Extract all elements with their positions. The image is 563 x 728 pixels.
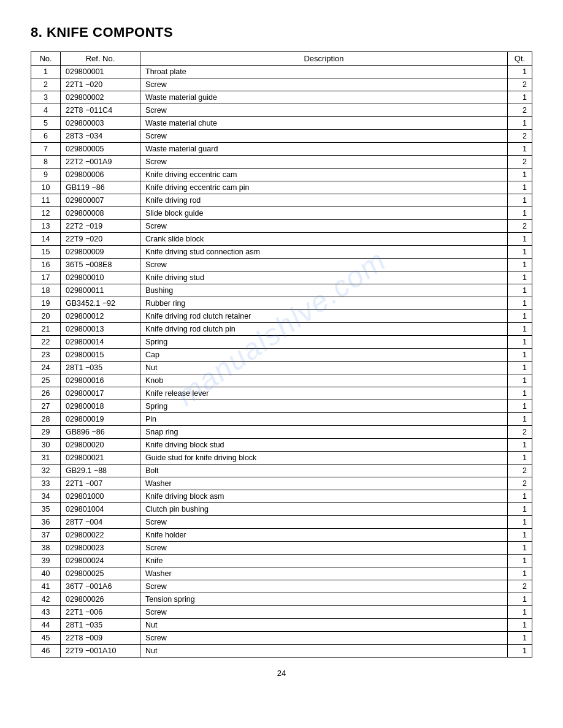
table-row: 38029800023Screw1 — [31, 542, 532, 555]
cell-desc: Screw — [140, 542, 508, 555]
cell-no: 16 — [31, 259, 61, 271]
table-row: 27029800018Spring1 — [31, 400, 532, 413]
cell-desc: Washer — [140, 567, 508, 580]
table-row: 822T2 −001A9Screw2 — [31, 156, 532, 169]
cell-qt: 2 — [508, 78, 532, 91]
parts-table: No. Ref. No. Description Qt. 1029800001T… — [31, 51, 532, 658]
cell-desc: Waste material guard — [140, 143, 508, 156]
cell-desc: Throat plate — [140, 66, 508, 78]
cell-desc: Bolt — [140, 464, 508, 477]
cell-no: 6 — [31, 130, 61, 143]
cell-desc: Screw — [140, 606, 508, 619]
cell-ref: 029800014 — [61, 336, 140, 349]
header-desc: Description — [140, 52, 508, 66]
cell-qt: 1 — [508, 259, 532, 271]
cell-desc: Knife driving rod — [140, 194, 508, 207]
table-row: 35029801004Clutch pin bushing1 — [31, 503, 532, 516]
table-row: 7029800005Waste material guard1 — [31, 143, 532, 156]
cell-desc: Clutch pin bushing — [140, 503, 508, 516]
table-row: 40029800025Washer1 — [31, 567, 532, 580]
cell-desc: Crank slide block — [140, 233, 508, 246]
cell-desc: Screw — [140, 104, 508, 117]
cell-no: 2 — [31, 78, 61, 91]
cell-desc: Knife — [140, 555, 508, 567]
cell-qt: 1 — [508, 645, 532, 658]
cell-qt: 1 — [508, 323, 532, 336]
cell-qt: 1 — [508, 207, 532, 220]
cell-qt: 1 — [508, 336, 532, 349]
cell-no: 41 — [31, 580, 61, 593]
table-row: 3029800002Waste material guide1 — [31, 91, 532, 104]
table-header-row: No. Ref. No. Description Qt. — [31, 52, 532, 66]
cell-qt: 1 — [508, 246, 532, 259]
cell-desc: Nut — [140, 362, 508, 374]
table-row: 12029800008Slide block guide1 — [31, 207, 532, 220]
table-row: 628T3 −034Screw2 — [31, 130, 532, 143]
cell-desc: Rubber ring — [140, 297, 508, 310]
cell-ref: 22T1 −006 — [61, 606, 140, 619]
cell-desc: Knob — [140, 374, 508, 387]
cell-desc: Knife release lever — [140, 387, 508, 400]
cell-ref: 22T8 −009 — [61, 632, 140, 645]
cell-desc: Screw — [140, 78, 508, 91]
cell-desc: Cap — [140, 349, 508, 362]
page-number: 24 — [31, 669, 532, 678]
cell-desc: Knife driving eccentric cam — [140, 169, 508, 181]
table-row: 15029800009Knife driving stud connection… — [31, 246, 532, 259]
table-row: 30029800020Knife driving block stud1 — [31, 439, 532, 452]
cell-no: 46 — [31, 645, 61, 658]
cell-ref: 029800006 — [61, 169, 140, 181]
cell-desc: Washer — [140, 477, 508, 490]
cell-ref: 029800018 — [61, 400, 140, 413]
cell-no: 20 — [31, 310, 61, 323]
cell-no: 43 — [31, 606, 61, 619]
cell-qt: 2 — [508, 156, 532, 169]
cell-qt: 1 — [508, 91, 532, 104]
cell-desc: Knife driving rod clutch retainer — [140, 310, 508, 323]
table-row: 3628T7 −004Screw1 — [31, 516, 532, 529]
cell-no: 22 — [31, 336, 61, 349]
table-row: 4522T8 −009Screw1 — [31, 632, 532, 645]
header-no: No. — [31, 52, 61, 66]
cell-no: 32 — [31, 464, 61, 477]
cell-ref: 36T7 −001A6 — [61, 580, 140, 593]
cell-no: 33 — [31, 477, 61, 490]
table-row: 29GB896 −86Snap ring2 — [31, 426, 532, 439]
cell-desc: Screw — [140, 580, 508, 593]
table-row: 2428T1 −035Nut1 — [31, 362, 532, 374]
table-row: 20029800012Knife driving rod clutch reta… — [31, 310, 532, 323]
cell-desc: Guide stud for knife driving block — [140, 452, 508, 464]
cell-qt: 1 — [508, 413, 532, 426]
cell-no: 27 — [31, 400, 61, 413]
cell-no: 44 — [31, 619, 61, 632]
cell-ref: 28T1 −035 — [61, 619, 140, 632]
cell-desc: Spring — [140, 336, 508, 349]
cell-no: 28 — [31, 413, 61, 426]
cell-desc: Screw — [140, 156, 508, 169]
cell-qt: 1 — [508, 374, 532, 387]
cell-ref: 22T8 −011C4 — [61, 104, 140, 117]
cell-desc: Knife driving block asm — [140, 490, 508, 503]
cell-qt: 2 — [508, 104, 532, 117]
cell-desc: Knife driving stud connection asm — [140, 246, 508, 259]
cell-desc: Waste material chute — [140, 117, 508, 130]
cell-desc: Slide block guide — [140, 207, 508, 220]
cell-qt: 1 — [508, 632, 532, 645]
cell-ref: 029800024 — [61, 555, 140, 567]
table-row: 9029800006Knife driving eccentric cam1 — [31, 169, 532, 181]
cell-ref: 029800013 — [61, 323, 140, 336]
cell-no: 17 — [31, 271, 61, 284]
cell-qt: 1 — [508, 452, 532, 464]
cell-desc: Screw — [140, 632, 508, 645]
cell-desc: Tension spring — [140, 593, 508, 606]
cell-desc: Screw — [140, 220, 508, 233]
table-row: 1029800001Throat plate1 — [31, 66, 532, 78]
cell-qt: 1 — [508, 271, 532, 284]
cell-qt: 1 — [508, 233, 532, 246]
table-row: 23029800015Cap1 — [31, 349, 532, 362]
cell-no: 30 — [31, 439, 61, 452]
cell-ref: 029800022 — [61, 529, 140, 542]
cell-qt: 2 — [508, 477, 532, 490]
cell-desc: Knife driving block stud — [140, 439, 508, 452]
table-row: 42029800026Tension spring1 — [31, 593, 532, 606]
